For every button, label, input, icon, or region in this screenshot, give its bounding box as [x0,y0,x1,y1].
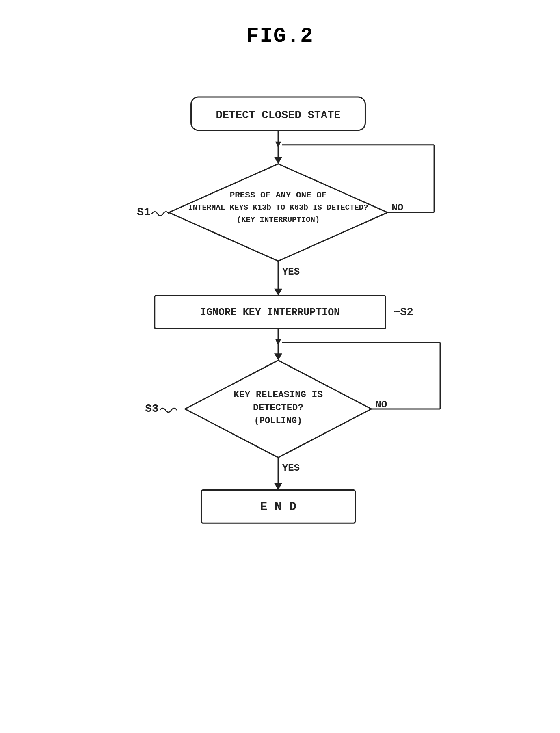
svg-marker-4 [169,164,387,261]
svg-text:INTERNAL KEYS K13b TO K63b IS : INTERNAL KEYS K13b TO K63b IS DETECTED? [188,203,368,212]
svg-text:S1: S1 [137,206,151,218]
figure-title: FIG.2 [246,24,314,48]
svg-marker-32 [275,142,281,148]
svg-marker-12 [274,289,282,296]
svg-marker-3 [274,157,282,164]
svg-text:E N D: E N D [260,500,296,514]
svg-text:DETECT   CLOSED   STATE: DETECT CLOSED STATE [216,109,340,121]
svg-text:S3: S3 [145,402,159,415]
svg-text:YES: YES [282,463,299,474]
svg-text:NO: NO [391,202,403,213]
flowchart-diagram: DETECT CLOSED STATE S1 PRESS OF ANY ONE … [87,85,473,733]
svg-marker-26 [274,483,282,490]
svg-text:(KEY INTERRUPTION): (KEY INTERRUPTION) [236,215,320,224]
page: FIG.2 DETECT CLOSED STATE S1 PRESS OF AN… [0,0,560,733]
svg-text:IGNORE KEY INTERRUPTION: IGNORE KEY INTERRUPTION [200,307,340,318]
svg-text:(POLLING): (POLLING) [254,416,302,426]
svg-text:DETECTED?: DETECTED? [253,402,303,413]
svg-marker-36 [275,339,281,345]
svg-text:PRESS OF ANY ONE OF: PRESS OF ANY ONE OF [229,190,326,200]
svg-marker-17 [274,353,282,360]
svg-text:YES: YES [282,266,299,277]
svg-text:KEY RELEASING IS: KEY RELEASING IS [233,389,322,400]
svg-text:~S2: ~S2 [394,306,413,318]
